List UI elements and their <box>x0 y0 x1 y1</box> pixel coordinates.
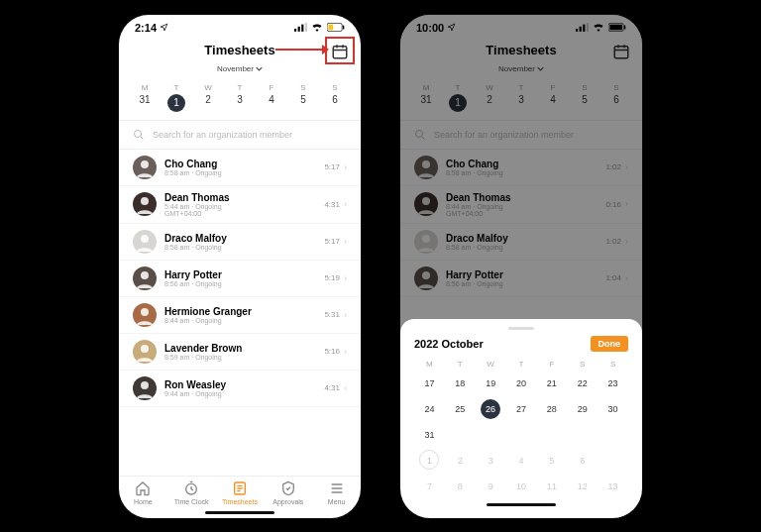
calendar-day[interactable]: 24 <box>414 398 445 420</box>
calendar-day[interactable]: 7 <box>414 476 445 497</box>
member-duration: 5:31 <box>324 310 340 319</box>
member-name: Harry Potter <box>164 269 316 280</box>
tab-icon <box>232 480 248 496</box>
tab-label: Approvals <box>272 498 303 505</box>
member-duration: 5:17 <box>324 237 340 246</box>
calendar-day <box>445 424 476 446</box>
avatar <box>133 266 157 290</box>
signal-icon <box>294 22 307 34</box>
member-row[interactable]: Ron Weasley9:44 am · Ongoing4:31› <box>119 371 361 407</box>
svg-point-8 <box>135 130 142 137</box>
calendar-day[interactable]: 30 <box>598 398 628 420</box>
member-duration: 5:16 <box>324 347 340 356</box>
tab-icon <box>329 480 345 496</box>
member-sub: 8:58 am · Ongoing <box>164 244 316 251</box>
svg-point-9 <box>141 160 149 168</box>
chevron-right-icon: › <box>344 273 347 283</box>
member-list: Cho Chang8:58 am · Ongoing5:17›Dean Thom… <box>119 150 361 476</box>
member-row[interactable]: Harry Potter8:56 am · Ongoing5:19› <box>119 261 361 297</box>
tab-label: Menu <box>328 498 346 505</box>
date-picker-sheet: 2022 October Done MTWTFSS 17181920212223… <box>400 319 642 518</box>
avatar <box>133 156 157 179</box>
calendar-day[interactable]: 12 <box>567 476 598 497</box>
tab-approvals[interactable]: Approvals <box>264 480 312 505</box>
calendar-day[interactable]: 17 <box>414 372 445 394</box>
calendar-day[interactable]: 21 <box>536 372 567 394</box>
sheet-handle[interactable] <box>508 327 534 330</box>
svg-rect-1 <box>298 26 300 31</box>
calendar-day <box>506 424 537 446</box>
week-day[interactable]: F4 <box>256 83 287 112</box>
month-selector[interactable]: November <box>217 64 263 73</box>
calendar-day[interactable]: 20 <box>506 372 537 394</box>
member-row[interactable]: Hermione Granger8:44 am · Ongoing5:31› <box>119 297 361 334</box>
status-bar: 2:14 <box>119 15 361 41</box>
tab-time-clock[interactable]: Time Clock <box>167 480 216 505</box>
calendar-day[interactable]: 22 <box>567 372 598 394</box>
member-name: Ron Weasley <box>164 379 316 390</box>
calendar-button[interactable] <box>331 43 349 60</box>
tab-menu[interactable]: Menu <box>312 480 361 505</box>
week-day[interactable]: M31 <box>129 83 161 112</box>
calendar-weekday: T <box>506 360 537 369</box>
svg-rect-6 <box>343 25 344 29</box>
screen-header: Timesheets November <box>119 41 361 79</box>
calendar-day[interactable]: 10 <box>506 476 537 497</box>
phone-2: 10:00 Timesheets November M31T1W2T3F <box>400 15 642 518</box>
home-indicator <box>487 503 556 506</box>
calendar-day[interactable]: 8 <box>445 476 476 497</box>
tab-bar: HomeTime ClockTimesheetsApprovalsMenu <box>119 476 361 511</box>
calendar-day[interactable]: 3 <box>476 450 506 472</box>
member-sub: 8:56 am · Ongoing <box>164 280 316 287</box>
calendar-day[interactable]: 4 <box>506 450 537 472</box>
avatar <box>133 303 157 327</box>
week-day[interactable]: T1 <box>161 83 192 112</box>
week-strip: M31T1W2T3F4S5S6 <box>119 79 361 121</box>
calendar-day <box>567 424 598 446</box>
avatar <box>133 376 157 400</box>
calendar-day[interactable]: 5 <box>536 450 567 472</box>
calendar-day <box>598 424 628 446</box>
calendar-day[interactable]: 26 <box>476 398 506 420</box>
member-row[interactable]: Draco Malfoy8:58 am · Ongoing5:17› <box>119 224 361 261</box>
search-row[interactable]: Search for an organization member <box>119 121 361 150</box>
calendar-day[interactable]: 1 <box>414 450 445 472</box>
calendar-day[interactable]: 31 <box>414 424 445 446</box>
calendar-day[interactable]: 9 <box>476 476 506 497</box>
tab-home[interactable]: Home <box>119 480 167 505</box>
calendar-day[interactable]: 11 <box>536 476 567 497</box>
member-duration: 5:19 <box>324 273 340 282</box>
calendar-day[interactable]: 2 <box>445 450 476 472</box>
done-button[interactable]: Done <box>591 336 629 352</box>
calendar-day[interactable]: 25 <box>445 398 476 420</box>
svg-point-11 <box>141 235 149 243</box>
week-day[interactable]: S6 <box>319 83 351 112</box>
status-time: 2:14 <box>135 22 157 34</box>
tab-icon <box>135 480 151 496</box>
week-day[interactable]: T3 <box>224 83 256 112</box>
member-row[interactable]: Cho Chang8:58 am · Ongoing5:17› <box>119 150 361 186</box>
chevron-right-icon: › <box>344 383 347 393</box>
calendar-weekday: T <box>445 360 476 369</box>
calendar-day[interactable]: 29 <box>567 398 598 420</box>
calendar-day[interactable]: 13 <box>598 476 628 497</box>
tab-timesheets[interactable]: Timesheets <box>216 480 265 505</box>
calendar-day[interactable]: 28 <box>536 398 567 420</box>
calendar-weekday: S <box>598 360 628 369</box>
tab-label: Home <box>134 498 153 505</box>
calendar-day[interactable]: 23 <box>598 372 628 394</box>
member-sub: 8:58 am · Ongoing <box>164 169 316 176</box>
member-row[interactable]: Lavender Brown8:59 am · Ongoing5:16› <box>119 334 361 371</box>
battery-icon <box>327 22 345 34</box>
tab-icon <box>280 480 296 496</box>
week-day[interactable]: S5 <box>287 83 319 112</box>
calendar-day[interactable]: 6 <box>567 450 598 472</box>
calendar-weekday: W <box>476 360 506 369</box>
calendar-day[interactable]: 18 <box>445 372 476 394</box>
calendar-day[interactable]: 19 <box>476 372 506 394</box>
member-row[interactable]: Dean Thomas5:44 am · OngoingGMT+04:004:3… <box>119 186 361 224</box>
member-sub: 8:44 am · Ongoing <box>164 317 316 324</box>
week-day[interactable]: W2 <box>192 83 224 112</box>
sheet-title: 2022 October <box>414 338 484 350</box>
calendar-day[interactable]: 27 <box>506 398 537 420</box>
